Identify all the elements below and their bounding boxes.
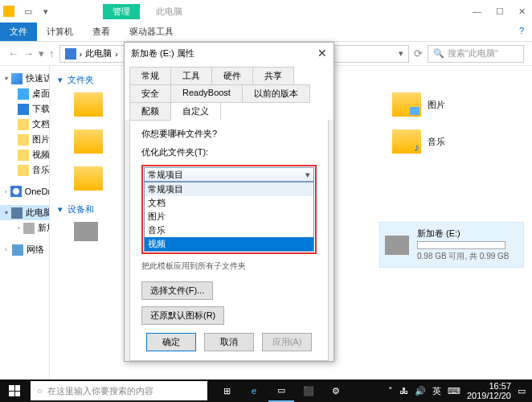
qat-properties-icon[interactable]: ▭ [19,2,37,20]
folder-icon [74,92,103,117]
folder-item[interactable] [74,92,103,117]
optimize-label: 优化此文件夹(T): [141,146,317,158]
sidebar-downloads[interactable]: 下载 [0,101,49,117]
navigation-sidebar: ▾快速访问 桌面 下载 文档 图片 视频 音乐 ›OneDrive ▾此电脑 ›… [0,66,50,379]
window-title: 此电脑 [156,6,182,18]
folder-item[interactable] [74,129,103,154]
tab-previous[interactable]: 以前的版本 [242,84,310,103]
maximize-button[interactable]: ☐ [496,6,504,17]
folder-type-combobox[interactable]: 常规项目 [144,167,314,182]
sidebar-newvolume[interactable]: ›新加卷 (E:) [0,220,49,236]
ribbon-file-tab[interactable]: 文件 [0,23,37,41]
task-view-button[interactable]: ⊞ [214,379,239,402]
taskbar-search[interactable]: ○在这里输入你要搜索的内容 [31,381,207,400]
dialog-question: 你想要哪种文件夹? [141,128,317,140]
tab-general[interactable]: 常规 [129,67,171,85]
dialog-titlebar[interactable]: 新加卷 (E:) 属性 ✕ [125,43,334,64]
restore-icon-button[interactable]: 还原默认图标(R) [141,306,224,325]
nav-up-button[interactable]: ↑ [49,47,55,59]
pc-icon [65,48,76,59]
sidebar-network[interactable]: ›网络 [0,242,49,257]
music-icon [392,129,421,154]
ribbon-tab-drivetools[interactable]: 驱动器工具 [120,23,183,41]
edge-icon[interactable]: e [241,379,267,402]
sidebar-videos[interactable]: 视频 [0,147,49,162]
tray-up-icon[interactable]: ˄ [388,386,393,396]
folder-pictures[interactable]: 图片 [392,92,445,117]
sidebar-onedrive[interactable]: ›OneDrive [0,184,49,199]
sidebar-pictures[interactable]: 图片 [0,132,49,147]
combo-option-videos[interactable]: 视频 [145,237,313,251]
system-tray: ˄ 🖧 🔊 英 ⌨ 16:572019/12/20 ▭ [388,381,532,400]
drive-label: 新加卷 (E:) [417,228,509,240]
dialog-close-button[interactable]: ✕ [317,47,327,59]
properties-dialog: 新加卷 (E:) 属性 ✕ 常规 工具 硬件 共享 安全 ReadyBoost … [124,42,334,362]
ribbon-tab-computer[interactable]: 计算机 [37,23,83,41]
tab-security[interactable]: 安全 [129,84,171,103]
folder-item[interactable] [74,166,103,191]
dialog-body: 你想要哪种文件夹? 优化此文件夹(T): 常规项目 常规项目 文档 图片 音乐 … [129,120,329,361]
tab-hardware[interactable]: 硬件 [211,67,253,85]
tab-quota[interactable]: 配额 [129,102,171,121]
dialog-tabs: 常规 工具 硬件 共享 安全 ReadyBoost 以前的版本 配额 自定义 [125,64,334,120]
combobox-dropdown: 常规项目 文档 图片 音乐 视频 [144,182,314,252]
window-titlebar: ▭ ▾ 管理 此电脑 — ☐ ✕ [0,0,532,23]
tray-volume-icon[interactable]: 🔊 [415,386,426,396]
folder-type-combobox-highlighted: 常规项目 常规项目 文档 图片 音乐 视频 [141,165,317,254]
nav-forward-button[interactable]: → [23,47,34,59]
sidebar-music[interactable]: 音乐 [0,162,49,178]
cancel-button[interactable]: 取消 [204,333,254,351]
sidebar-quick-access[interactable]: ▾快速访问 [0,71,49,86]
app-logo-icon [3,6,14,17]
apply-subfolders-text: 把此模板应用到所有子文件夹 [141,260,317,272]
tray-ime[interactable]: 英 [432,385,441,397]
sidebar-desktop[interactable]: 桌面 [0,86,49,101]
folder-icon [74,129,103,154]
search-input[interactable]: 🔍搜索"此电脑" [428,45,524,63]
ok-button[interactable]: 确定 [146,333,196,351]
close-button[interactable]: ✕ [518,6,526,17]
ribbon-help-icon[interactable]: ? [511,23,532,41]
drive-newvolume[interactable]: 新加卷 (E:) 0.98 GB 可用, 共 0.99 GB [379,222,524,268]
apply-button[interactable]: 应用(A) [262,333,312,351]
sidebar-documents[interactable]: 文档 [0,117,49,132]
folder-music[interactable]: 音乐 [392,129,445,154]
combo-option-general[interactable]: 常规项目 [145,183,313,196]
breadcrumb[interactable]: 此电脑 [85,47,112,59]
drive-usage-bar [417,241,505,249]
folder-icon [74,166,103,191]
combo-option-pictures[interactable]: 图片 [145,210,313,224]
minimize-button[interactable]: — [473,6,481,17]
explorer-icon[interactable]: ▭ [268,379,294,402]
nav-recent-button[interactable]: ▾ [39,47,44,59]
start-button[interactable] [0,379,29,402]
tray-notifications-icon[interactable]: ▭ [518,386,526,396]
drive-info: 0.98 GB 可用, 共 0.99 GB [417,251,509,262]
tab-readyboost[interactable]: ReadyBoost [170,84,243,103]
tray-network-icon[interactable]: 🖧 [399,386,408,396]
ribbon-tab-view[interactable]: 查看 [83,23,120,41]
refresh-button[interactable]: ⟳ [414,47,423,59]
choose-file-button[interactable]: 选择文件(F)... [141,281,213,300]
tab-customize[interactable]: 自定义 [170,102,221,121]
settings-icon[interactable]: ⚙ [323,379,349,402]
store-icon[interactable]: ⬛ [296,379,321,402]
drive-icon [74,222,98,241]
combo-option-music[interactable]: 音乐 [145,224,313,237]
qat-dropdown-icon[interactable]: ▾ [37,2,55,20]
taskbar: ○在这里输入你要搜索的内容 ⊞ e ▭ ⬛ ⚙ ˄ 🖧 🔊 英 ⌨ 16:572… [0,379,532,402]
ribbon-tabs: 文件 计算机 查看 驱动器工具 ? [0,23,532,42]
context-tab[interactable]: 管理 [103,4,140,19]
sidebar-thispc[interactable]: ▾此电脑 [0,205,49,220]
pictures-icon [392,92,421,117]
drive-icon [385,236,409,255]
tab-tools[interactable]: 工具 [170,67,212,85]
dialog-title: 新加卷 (E:) 属性 [131,47,194,59]
combo-option-documents[interactable]: 文档 [145,196,313,210]
tab-sharing[interactable]: 共享 [252,67,294,85]
tray-clock[interactable]: 16:572019/12/20 [467,381,511,400]
nav-back-button[interactable]: ← [8,47,18,59]
tray-keyboard-icon[interactable]: ⌨ [448,386,460,396]
